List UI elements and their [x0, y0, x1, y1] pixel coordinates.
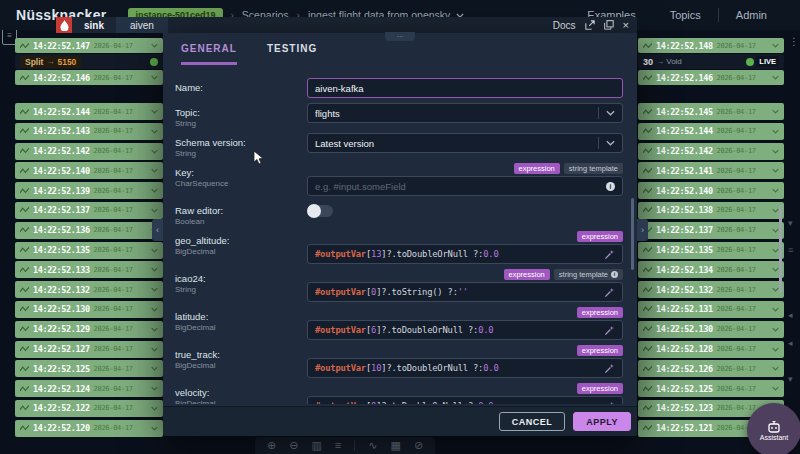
chevron-down-icon[interactable]	[151, 208, 158, 213]
event-row[interactable]: 14:22:52.1472026-04-17	[15, 38, 163, 53]
event-row[interactable]: 14:22:52.1462026-04-17	[638, 70, 784, 85]
event-row[interactable]: 14:22:52.1302026-04-17	[638, 321, 784, 338]
event-row[interactable]: 14:22:52.1242026-04-17	[15, 380, 163, 397]
zoom-out-icon[interactable]: ⊖	[289, 437, 298, 454]
event-row[interactable]: 14:22:52.1312026-04-17	[638, 301, 784, 318]
event-row[interactable]: 14:22:52.1262026-04-17	[638, 360, 784, 377]
true_track-expression-input[interactable]: #outputVar[10]?.toDoubleOrNull ?: 0.0	[307, 358, 623, 378]
nav-item-admin[interactable]: Admin	[719, 9, 784, 21]
expression-badge[interactable]: expression	[577, 345, 623, 356]
event-row[interactable]: 14:22:52.1202026-04-17	[15, 420, 163, 437]
event-row[interactable]: 14:22:52.1432026-04-17	[15, 123, 163, 140]
event-row[interactable]: 14:22:52.1352026-04-17	[638, 242, 784, 259]
event-row[interactable]: 14:22:52.1352026-04-17	[15, 242, 163, 259]
panels-icon[interactable]: ▥	[311, 437, 321, 454]
event-row[interactable]: 14:22:52.1402026-04-17	[638, 182, 784, 199]
event-row[interactable]: 14:22:52.1422026-04-17	[638, 143, 784, 160]
cancel-button[interactable]: CANCEL	[499, 412, 566, 431]
tab-general[interactable]: GENERAL	[181, 43, 237, 65]
chevron-down-icon[interactable]	[772, 109, 779, 114]
chevron-down-icon[interactable]	[151, 267, 158, 272]
info-icon[interactable]: i	[606, 182, 615, 191]
event-row[interactable]: 14:22:52.1342026-04-17	[638, 261, 784, 278]
event-row[interactable]: 14:22:52.1412026-04-17	[638, 162, 784, 179]
event-row[interactable]: 14:22:52.1272026-04-17	[15, 341, 163, 358]
schema-version-select[interactable]: Latest version	[307, 133, 623, 153]
name-input[interactable]: aiven-kafka	[307, 78, 623, 98]
chevron-down-icon[interactable]	[772, 129, 779, 134]
chevron-down-icon[interactable]	[151, 287, 158, 292]
right-panel-scrollbar[interactable]	[779, 205, 782, 293]
chevron-down-icon[interactable]	[151, 109, 158, 114]
raw-editor-toggle[interactable]	[307, 205, 333, 217]
chevron-down-icon[interactable]	[151, 426, 158, 431]
event-row[interactable]: 14:22:52.1362026-04-17	[15, 222, 163, 239]
chevron-down-icon[interactable]	[772, 347, 779, 352]
string-template-badge[interactable]: string template	[564, 163, 623, 174]
tab-testing[interactable]: TESTING	[267, 43, 317, 65]
chevron-down-icon[interactable]: ▾	[788, 374, 793, 384]
chevron-down-icon[interactable]	[772, 327, 779, 332]
chevron-down-icon[interactable]	[772, 149, 779, 154]
chevron-down-icon[interactable]	[151, 347, 158, 352]
apply-button[interactable]: APPLY	[573, 412, 631, 431]
external-link-icon[interactable]	[585, 20, 595, 30]
event-row[interactable]: 14:22:52.1322026-04-17	[15, 281, 163, 298]
chevron-down-icon[interactable]	[772, 168, 779, 173]
event-row[interactable]: 14:22:52.1482026-04-17	[638, 38, 784, 53]
expression-badge[interactable]: expression	[577, 231, 623, 242]
chevron-down-icon[interactable]	[151, 75, 158, 80]
event-row[interactable]: 14:22:52.1442026-04-17	[15, 103, 163, 120]
expression-badge[interactable]: expression	[504, 269, 550, 280]
event-row[interactable]: 14:22:52.1372026-04-17	[638, 222, 784, 239]
expression-badge[interactable]: expression	[577, 383, 623, 394]
magic-wand-icon[interactable]	[604, 363, 615, 374]
event-row[interactable]: 14:22:52.1302026-04-17	[15, 301, 163, 318]
chevron-down-icon[interactable]	[151, 327, 158, 332]
chevron-down-icon[interactable]	[151, 188, 158, 193]
chevron-down-icon[interactable]	[772, 267, 779, 272]
magic-wand-icon[interactable]	[604, 325, 615, 336]
nav-item-topics[interactable]: Topics	[653, 9, 718, 21]
chevron-down-icon[interactable]	[772, 75, 779, 80]
collapse-left-handle[interactable]: ‹	[152, 219, 163, 241]
chevron-down-icon[interactable]	[606, 140, 615, 146]
magic-wand-icon[interactable]	[604, 287, 615, 298]
node-modal-header[interactable]: sink aiven Docs ×	[56, 17, 637, 33]
chevron-down-icon[interactable]	[772, 386, 779, 391]
modal-scrollbar[interactable]	[631, 198, 634, 270]
event-row[interactable]: 14:22:52.1372026-04-17	[15, 202, 163, 219]
chevron-left-icon[interactable]: ◂	[788, 338, 793, 348]
collapse-right-handle[interactable]: ›	[637, 219, 648, 241]
latitude-expression-input[interactable]: #outputVar[6]?.toDoubleOrNull ?: 0.0	[307, 320, 623, 340]
chevron-down-icon[interactable]	[772, 43, 779, 48]
chevron-down-icon[interactable]	[151, 386, 158, 391]
string-template-badge[interactable]: string templatei	[554, 269, 623, 280]
chevron-down-icon[interactable]	[151, 129, 158, 134]
chart-icon[interactable]: ∿	[368, 437, 377, 454]
chevron-down-icon[interactable]	[151, 366, 158, 371]
chevron-down-icon[interactable]	[151, 168, 158, 173]
maximize-icon[interactable]	[604, 20, 614, 30]
void-node-row[interactable]: 30→ VoidLIVE	[638, 54, 784, 69]
chevron-down-icon[interactable]	[772, 307, 779, 312]
chevron-down-icon[interactable]	[772, 248, 779, 253]
layout-icon[interactable]: ≡	[335, 437, 341, 454]
velocity-expression-input[interactable]: #outputVar[9]?.toDoubleOrNull ?: 0.0	[307, 396, 623, 404]
event-row[interactable]: 14:22:52.1462026-04-17	[15, 70, 163, 85]
chevron-down-icon[interactable]: ▾	[788, 218, 793, 228]
chevron-down-icon[interactable]	[772, 208, 779, 213]
topic-select[interactable]: flights	[307, 103, 623, 123]
chevron-down-icon[interactable]	[151, 149, 158, 154]
event-row[interactable]: 14:22:52.1322026-04-17	[638, 281, 784, 298]
magic-wand-icon[interactable]	[604, 401, 615, 405]
magic-wand-icon[interactable]	[604, 249, 615, 260]
event-row[interactable]: 14:22:52.1382026-04-17	[638, 202, 784, 219]
zoom-in-icon[interactable]: ⊕	[267, 437, 276, 454]
hide-icon[interactable]: ⊘	[414, 437, 423, 454]
expression-badge[interactable]: expression	[514, 163, 560, 174]
event-row[interactable]: 14:22:52.1452026-04-17	[638, 103, 784, 120]
assistant-button[interactable]: Assistant	[747, 403, 800, 454]
split-node-row[interactable]: Split→5150	[15, 54, 163, 69]
event-row[interactable]: 14:22:52.1392026-04-17	[15, 182, 163, 199]
